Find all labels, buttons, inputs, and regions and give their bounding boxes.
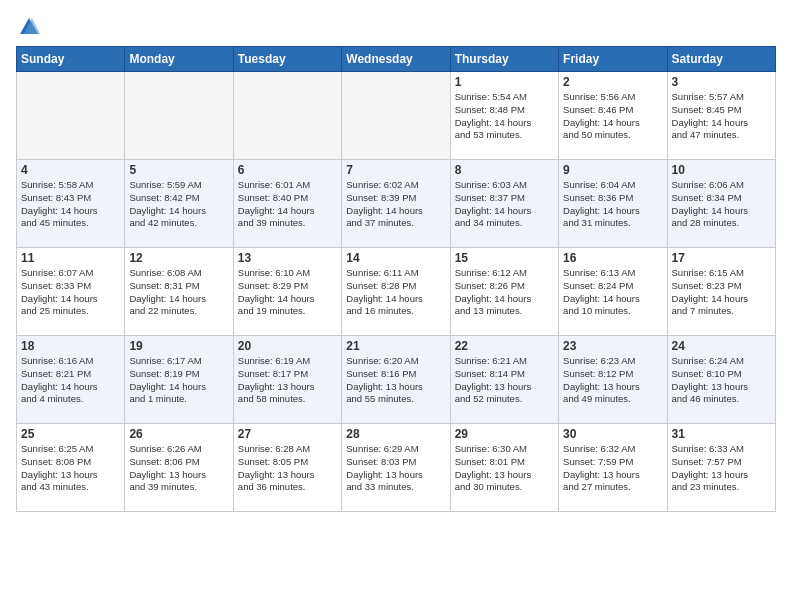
page-header: [16, 16, 776, 38]
calendar-header-thursday: Thursday: [450, 47, 558, 72]
calendar-cell: 21Sunrise: 6:20 AM Sunset: 8:16 PM Dayli…: [342, 336, 450, 424]
day-number: 15: [455, 251, 554, 265]
calendar-cell: 4Sunrise: 5:58 AM Sunset: 8:43 PM Daylig…: [17, 160, 125, 248]
day-info: Sunrise: 6:28 AM Sunset: 8:05 PM Dayligh…: [238, 443, 337, 494]
day-number: 13: [238, 251, 337, 265]
day-info: Sunrise: 6:20 AM Sunset: 8:16 PM Dayligh…: [346, 355, 445, 406]
day-number: 27: [238, 427, 337, 441]
calendar-header-saturday: Saturday: [667, 47, 775, 72]
day-info: Sunrise: 6:03 AM Sunset: 8:37 PM Dayligh…: [455, 179, 554, 230]
day-info: Sunrise: 6:24 AM Sunset: 8:10 PM Dayligh…: [672, 355, 771, 406]
day-number: 28: [346, 427, 445, 441]
day-info: Sunrise: 6:06 AM Sunset: 8:34 PM Dayligh…: [672, 179, 771, 230]
calendar-header-wednesday: Wednesday: [342, 47, 450, 72]
day-number: 16: [563, 251, 662, 265]
day-number: 18: [21, 339, 120, 353]
day-info: Sunrise: 6:30 AM Sunset: 8:01 PM Dayligh…: [455, 443, 554, 494]
day-info: Sunrise: 5:57 AM Sunset: 8:45 PM Dayligh…: [672, 91, 771, 142]
day-number: 9: [563, 163, 662, 177]
calendar-cell: 5Sunrise: 5:59 AM Sunset: 8:42 PM Daylig…: [125, 160, 233, 248]
day-number: 25: [21, 427, 120, 441]
day-number: 2: [563, 75, 662, 89]
day-info: Sunrise: 6:12 AM Sunset: 8:26 PM Dayligh…: [455, 267, 554, 318]
day-info: Sunrise: 6:13 AM Sunset: 8:24 PM Dayligh…: [563, 267, 662, 318]
calendar-cell: 7Sunrise: 6:02 AM Sunset: 8:39 PM Daylig…: [342, 160, 450, 248]
calendar-cell: 10Sunrise: 6:06 AM Sunset: 8:34 PM Dayli…: [667, 160, 775, 248]
day-info: Sunrise: 6:25 AM Sunset: 8:08 PM Dayligh…: [21, 443, 120, 494]
day-number: 4: [21, 163, 120, 177]
day-info: Sunrise: 6:26 AM Sunset: 8:06 PM Dayligh…: [129, 443, 228, 494]
day-number: 21: [346, 339, 445, 353]
calendar-cell: 26Sunrise: 6:26 AM Sunset: 8:06 PM Dayli…: [125, 424, 233, 512]
day-number: 6: [238, 163, 337, 177]
calendar-header-sunday: Sunday: [17, 47, 125, 72]
day-info: Sunrise: 6:10 AM Sunset: 8:29 PM Dayligh…: [238, 267, 337, 318]
day-info: Sunrise: 5:58 AM Sunset: 8:43 PM Dayligh…: [21, 179, 120, 230]
day-number: 5: [129, 163, 228, 177]
day-number: 30: [563, 427, 662, 441]
calendar-cell: [125, 72, 233, 160]
day-info: Sunrise: 6:04 AM Sunset: 8:36 PM Dayligh…: [563, 179, 662, 230]
calendar-cell: 20Sunrise: 6:19 AM Sunset: 8:17 PM Dayli…: [233, 336, 341, 424]
calendar-cell: 18Sunrise: 6:16 AM Sunset: 8:21 PM Dayli…: [17, 336, 125, 424]
calendar-cell: 19Sunrise: 6:17 AM Sunset: 8:19 PM Dayli…: [125, 336, 233, 424]
day-info: Sunrise: 6:29 AM Sunset: 8:03 PM Dayligh…: [346, 443, 445, 494]
calendar-cell: [342, 72, 450, 160]
calendar-cell: 9Sunrise: 6:04 AM Sunset: 8:36 PM Daylig…: [559, 160, 667, 248]
calendar-cell: 30Sunrise: 6:32 AM Sunset: 7:59 PM Dayli…: [559, 424, 667, 512]
calendar-cell: 2Sunrise: 5:56 AM Sunset: 8:46 PM Daylig…: [559, 72, 667, 160]
calendar-cell: 22Sunrise: 6:21 AM Sunset: 8:14 PM Dayli…: [450, 336, 558, 424]
day-info: Sunrise: 6:16 AM Sunset: 8:21 PM Dayligh…: [21, 355, 120, 406]
day-info: Sunrise: 6:11 AM Sunset: 8:28 PM Dayligh…: [346, 267, 445, 318]
calendar-week-4: 18Sunrise: 6:16 AM Sunset: 8:21 PM Dayli…: [17, 336, 776, 424]
day-number: 17: [672, 251, 771, 265]
day-number: 11: [21, 251, 120, 265]
day-info: Sunrise: 6:17 AM Sunset: 8:19 PM Dayligh…: [129, 355, 228, 406]
day-number: 1: [455, 75, 554, 89]
day-info: Sunrise: 6:02 AM Sunset: 8:39 PM Dayligh…: [346, 179, 445, 230]
day-info: Sunrise: 5:59 AM Sunset: 8:42 PM Dayligh…: [129, 179, 228, 230]
day-info: Sunrise: 6:07 AM Sunset: 8:33 PM Dayligh…: [21, 267, 120, 318]
calendar-week-2: 4Sunrise: 5:58 AM Sunset: 8:43 PM Daylig…: [17, 160, 776, 248]
logo-icon: [18, 16, 40, 38]
day-info: Sunrise: 6:19 AM Sunset: 8:17 PM Dayligh…: [238, 355, 337, 406]
day-number: 12: [129, 251, 228, 265]
calendar-cell: 25Sunrise: 6:25 AM Sunset: 8:08 PM Dayli…: [17, 424, 125, 512]
day-info: Sunrise: 6:15 AM Sunset: 8:23 PM Dayligh…: [672, 267, 771, 318]
day-info: Sunrise: 5:54 AM Sunset: 8:48 PM Dayligh…: [455, 91, 554, 142]
calendar-week-3: 11Sunrise: 6:07 AM Sunset: 8:33 PM Dayli…: [17, 248, 776, 336]
day-number: 10: [672, 163, 771, 177]
calendar-header-tuesday: Tuesday: [233, 47, 341, 72]
day-number: 26: [129, 427, 228, 441]
day-info: Sunrise: 6:01 AM Sunset: 8:40 PM Dayligh…: [238, 179, 337, 230]
day-number: 19: [129, 339, 228, 353]
calendar: SundayMondayTuesdayWednesdayThursdayFrid…: [16, 46, 776, 512]
calendar-cell: [17, 72, 125, 160]
day-number: 14: [346, 251, 445, 265]
day-number: 29: [455, 427, 554, 441]
calendar-cell: 31Sunrise: 6:33 AM Sunset: 7:57 PM Dayli…: [667, 424, 775, 512]
calendar-cell: [233, 72, 341, 160]
calendar-header-monday: Monday: [125, 47, 233, 72]
calendar-cell: 8Sunrise: 6:03 AM Sunset: 8:37 PM Daylig…: [450, 160, 558, 248]
calendar-week-1: 1Sunrise: 5:54 AM Sunset: 8:48 PM Daylig…: [17, 72, 776, 160]
day-info: Sunrise: 5:56 AM Sunset: 8:46 PM Dayligh…: [563, 91, 662, 142]
day-number: 3: [672, 75, 771, 89]
day-info: Sunrise: 6:08 AM Sunset: 8:31 PM Dayligh…: [129, 267, 228, 318]
calendar-cell: 6Sunrise: 6:01 AM Sunset: 8:40 PM Daylig…: [233, 160, 341, 248]
calendar-cell: 27Sunrise: 6:28 AM Sunset: 8:05 PM Dayli…: [233, 424, 341, 512]
calendar-cell: 11Sunrise: 6:07 AM Sunset: 8:33 PM Dayli…: [17, 248, 125, 336]
calendar-cell: 24Sunrise: 6:24 AM Sunset: 8:10 PM Dayli…: [667, 336, 775, 424]
day-number: 8: [455, 163, 554, 177]
calendar-header-row: SundayMondayTuesdayWednesdayThursdayFrid…: [17, 47, 776, 72]
day-number: 7: [346, 163, 445, 177]
calendar-week-5: 25Sunrise: 6:25 AM Sunset: 8:08 PM Dayli…: [17, 424, 776, 512]
day-number: 22: [455, 339, 554, 353]
calendar-cell: 13Sunrise: 6:10 AM Sunset: 8:29 PM Dayli…: [233, 248, 341, 336]
calendar-cell: 28Sunrise: 6:29 AM Sunset: 8:03 PM Dayli…: [342, 424, 450, 512]
calendar-cell: 1Sunrise: 5:54 AM Sunset: 8:48 PM Daylig…: [450, 72, 558, 160]
calendar-cell: 29Sunrise: 6:30 AM Sunset: 8:01 PM Dayli…: [450, 424, 558, 512]
calendar-cell: 14Sunrise: 6:11 AM Sunset: 8:28 PM Dayli…: [342, 248, 450, 336]
day-info: Sunrise: 6:33 AM Sunset: 7:57 PM Dayligh…: [672, 443, 771, 494]
day-number: 31: [672, 427, 771, 441]
